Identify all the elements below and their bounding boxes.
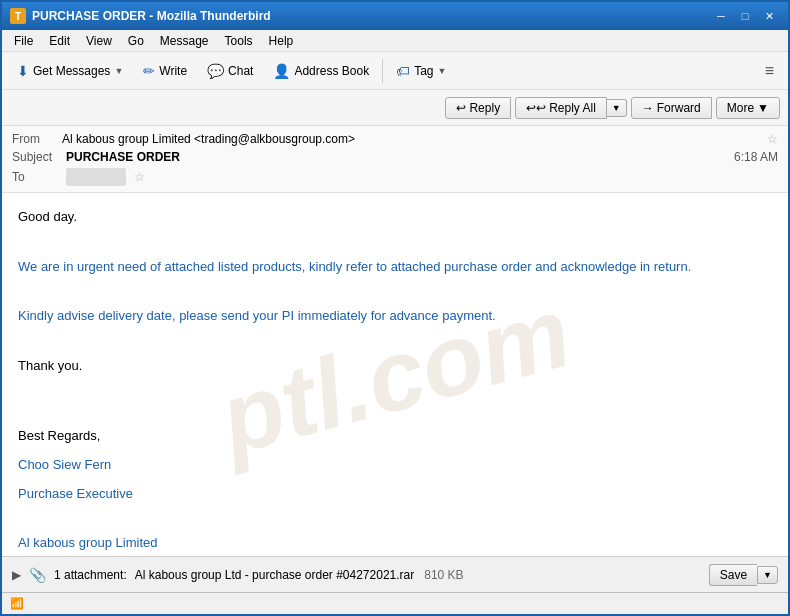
subject-label: Subject xyxy=(12,150,62,164)
sender-title: Purchase Executive xyxy=(18,484,772,505)
title-bar: T PURCHASE ORDER - Mozilla Thunderbird ─… xyxy=(2,2,788,30)
attachment-bar: ▶ 📎 1 attachment: Al kabous group Ltd - … xyxy=(2,556,788,592)
save-button-group: Save ▼ xyxy=(709,564,778,586)
forward-button[interactable]: → Forward xyxy=(631,97,712,119)
chat-icon: 💬 xyxy=(207,63,224,79)
from-star-icon[interactable]: ☆ xyxy=(767,132,778,146)
close-button[interactable]: ✕ xyxy=(758,7,780,25)
get-messages-button[interactable]: ⬇ Get Messages ▼ xyxy=(8,58,132,84)
menu-file[interactable]: File xyxy=(6,32,41,50)
body-line2: Kindly advise delivery date, please send… xyxy=(18,306,772,327)
email-actions-bar: ↩ Reply ↩↩ Reply All ▼ → Forward More ▼ xyxy=(2,90,788,126)
hamburger-menu-button[interactable]: ≡ xyxy=(757,58,782,84)
save-button[interactable]: Save xyxy=(709,564,757,586)
to-star-icon[interactable]: ☆ xyxy=(134,170,145,184)
main-window: T PURCHASE ORDER - Mozilla Thunderbird ─… xyxy=(0,0,790,616)
menu-message[interactable]: Message xyxy=(152,32,217,50)
app-icon: T xyxy=(10,8,26,24)
window-controls: ─ □ ✕ xyxy=(710,7,780,25)
more-dropdown-arrow: ▼ xyxy=(757,101,769,115)
forward-group: → Forward xyxy=(631,97,712,119)
to-label: To xyxy=(12,170,62,184)
tag-button[interactable]: 🏷 Tag ▼ xyxy=(387,58,455,84)
greeting: Good day. xyxy=(18,207,772,228)
from-label: From xyxy=(12,132,62,146)
from-row: From Al kabous group Limited <trading@al… xyxy=(12,130,778,148)
to-avatar xyxy=(66,168,126,186)
write-icon: ✏ xyxy=(143,63,155,79)
reply-group: ↩ Reply xyxy=(445,97,511,119)
company-name: Al kabous group Limited xyxy=(18,533,772,554)
email-header: From Al kabous group Limited <trading@al… xyxy=(2,126,788,193)
subject-value: PURCHASE ORDER xyxy=(66,150,180,164)
subject-row: Subject PURCHASE ORDER 6:18 AM xyxy=(12,148,778,166)
get-messages-dropdown-arrow: ▼ xyxy=(114,66,123,76)
from-value: Al kabous group Limited <trading@alkbous… xyxy=(62,132,763,146)
email-body: ptl.com Good day. We are in urgent need … xyxy=(2,193,788,556)
menu-tools[interactable]: Tools xyxy=(217,32,261,50)
expand-icon[interactable]: ▶ xyxy=(12,568,21,582)
connection-icon: 📶 xyxy=(10,597,24,610)
tag-dropdown-arrow: ▼ xyxy=(438,66,447,76)
email-time: 6:18 AM xyxy=(734,150,778,164)
more-group: More ▼ xyxy=(716,97,780,119)
menu-go[interactable]: Go xyxy=(120,32,152,50)
minimize-button[interactable]: ─ xyxy=(710,7,732,25)
tag-icon: 🏷 xyxy=(396,63,410,79)
window-title: PURCHASE ORDER - Mozilla Thunderbird xyxy=(32,9,710,23)
status-bar: 📶 xyxy=(2,592,788,614)
reply-icon: ↩ xyxy=(456,101,466,115)
to-row: To ☆ xyxy=(12,166,778,188)
toolbar: ⬇ Get Messages ▼ ✏ Write 💬 Chat 👤 Addres… xyxy=(2,52,788,90)
attachment-count: 1 attachment: xyxy=(54,568,127,582)
address-book-icon: 👤 xyxy=(273,63,290,79)
get-messages-icon: ⬇ xyxy=(17,63,29,79)
save-dropdown-button[interactable]: ▼ xyxy=(757,566,778,584)
toolbar-separator xyxy=(382,59,383,83)
reply-all-button[interactable]: ↩↩ Reply All xyxy=(515,97,607,119)
forward-icon: → xyxy=(642,101,654,115)
thanks: Thank you. xyxy=(18,356,772,377)
address-book-button[interactable]: 👤 Address Book xyxy=(264,58,378,84)
write-button[interactable]: ✏ Write xyxy=(134,58,196,84)
reply-button[interactable]: ↩ Reply xyxy=(445,97,511,119)
chat-button[interactable]: 💬 Chat xyxy=(198,58,262,84)
reply-all-dropdown[interactable]: ▼ xyxy=(607,99,627,117)
reply-all-icon: ↩↩ xyxy=(526,101,546,115)
menu-view[interactable]: View xyxy=(78,32,120,50)
sender-name: Choo Siew Fern xyxy=(18,455,772,476)
menu-edit[interactable]: Edit xyxy=(41,32,78,50)
maximize-button[interactable]: □ xyxy=(734,7,756,25)
menu-bar: File Edit View Go Message Tools Help xyxy=(2,30,788,52)
body-line1: We are in urgent need of attached listed… xyxy=(18,257,772,278)
more-button[interactable]: More ▼ xyxy=(716,97,780,119)
regards: Best Regards, xyxy=(18,426,772,447)
menu-help[interactable]: Help xyxy=(261,32,302,50)
attachment-filename: Al kabous group Ltd - purchase order #04… xyxy=(135,568,701,582)
paperclip-icon: 📎 xyxy=(29,567,46,583)
reply-all-group: ↩↩ Reply All ▼ xyxy=(515,97,627,119)
